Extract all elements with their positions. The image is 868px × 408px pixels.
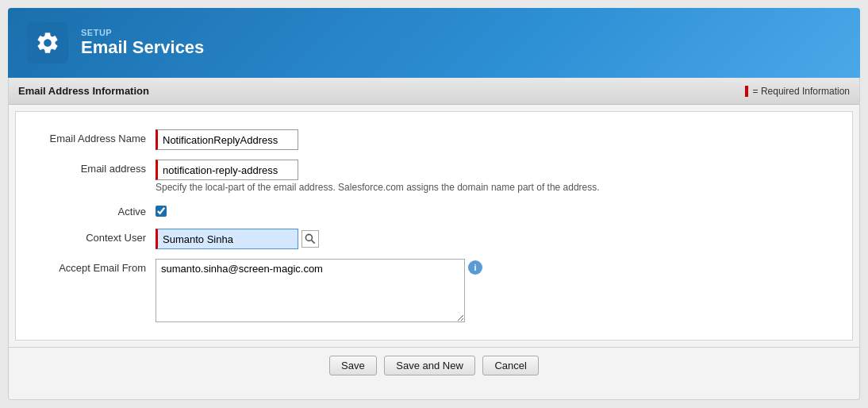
header-text: SETUP Email Services <box>81 28 204 58</box>
email-address-name-field <box>156 129 839 150</box>
save-button[interactable]: Save <box>329 356 377 375</box>
lookup-icon <box>304 233 317 245</box>
button-bar: Save Save and New Cancel <box>9 347 859 383</box>
context-user-row: Context User <box>16 224 852 254</box>
accept-email-from-field: sumanto.sinha@screen-magic.com i <box>156 259 839 322</box>
required-bar <box>745 86 748 97</box>
active-label: Active <box>29 202 156 217</box>
context-user-field <box>156 229 839 249</box>
svg-point-0 <box>305 234 312 241</box>
email-address-hint: Specify the local-part of the email addr… <box>156 182 839 193</box>
active-checkbox[interactable] <box>156 206 167 217</box>
section-header: Email Address Information = Required Inf… <box>9 78 859 105</box>
active-row: Active <box>16 198 852 224</box>
cancel-button[interactable]: Cancel <box>482 356 538 375</box>
accept-email-from-row: Accept Email From sumanto.sinha@screen-m… <box>16 254 852 327</box>
main-content: Email Address Information = Required Inf… <box>8 78 860 400</box>
save-and-new-button[interactable]: Save and New <box>384 356 475 375</box>
accept-email-from-label: Accept Email From <box>29 259 156 274</box>
gear-icon <box>35 30 60 56</box>
accept-email-from-wrap: sumanto.sinha@screen-magic.com i <box>156 259 839 322</box>
info-button[interactable]: i <box>468 260 482 275</box>
accept-email-from-textarea[interactable]: sumanto.sinha@screen-magic.com <box>156 259 465 322</box>
email-address-name-label: Email Address Name <box>29 129 156 144</box>
email-address-input[interactable] <box>156 160 298 180</box>
header-icon-wrap <box>27 22 68 64</box>
section-title: Email Address Information <box>18 85 149 97</box>
page-header: SETUP Email Services <box>8 8 860 78</box>
email-address-row: Email address Specify the local-part of … <box>16 155 852 198</box>
required-info: = Required Information <box>745 86 850 97</box>
email-address-name-input[interactable] <box>156 129 298 150</box>
email-address-name-row: Email Address Name <box>16 125 852 155</box>
context-user-wrap <box>156 229 839 249</box>
page-title: Email Services <box>81 37 204 58</box>
svg-line-1 <box>312 241 315 244</box>
email-address-field: Specify the local-part of the email addr… <box>156 160 839 193</box>
setup-label: SETUP <box>81 28 204 37</box>
form-content: Email Address Name Email address Specify… <box>15 111 853 341</box>
context-user-label: Context User <box>29 229 156 244</box>
email-address-label: Email address <box>29 160 156 175</box>
context-user-lookup-button[interactable] <box>301 230 319 248</box>
active-field <box>156 202 839 219</box>
required-label: = Required Information <box>753 86 850 97</box>
context-user-input[interactable] <box>156 229 298 249</box>
